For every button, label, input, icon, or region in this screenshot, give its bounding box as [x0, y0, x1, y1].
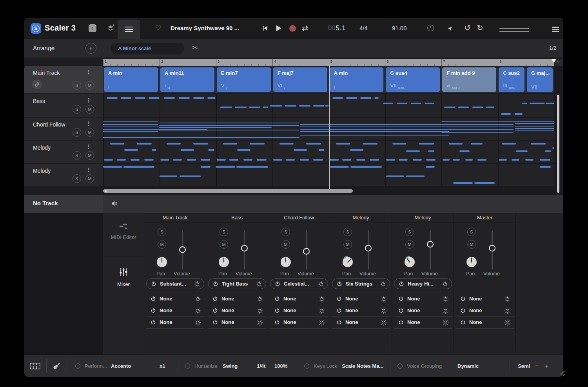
track-options-icon[interactable]: ⋮ [86, 69, 92, 76]
time-signature[interactable]: 4/4 [359, 25, 368, 31]
channel-mute-button[interactable]: M [220, 240, 228, 249]
semi-increment-button[interactable]: + [545, 362, 549, 370]
power-icon[interactable] [151, 281, 156, 288]
mini-knob-icon[interactable] [380, 281, 386, 289]
chord-block[interactable]: A min11i 11 [160, 67, 214, 92]
power-icon[interactable] [460, 320, 466, 327]
ruler-bar-1[interactable]: 1 [103, 59, 160, 66]
track-header-melody[interactable]: Melody⋮SM [24, 164, 103, 186]
volume-slider-handle[interactable] [303, 248, 310, 255]
voice-grouping-toggle[interactable] [397, 363, 403, 369]
insert-slot[interactable]: None [270, 305, 328, 317]
song-title[interactable]: Dreamy Synthwave 90 ... [171, 25, 239, 31]
song-browser-icon[interactable]: ♪ [89, 24, 96, 32]
scale-selector[interactable]: A Minor scale [111, 43, 184, 54]
insert-slot[interactable]: None [456, 317, 514, 329]
power-icon[interactable] [212, 308, 218, 315]
track-header-chord-follow[interactable]: Chord Follow⋮SM [24, 118, 103, 140]
mini-knob-icon[interactable] [318, 281, 324, 289]
insert-slot[interactable]: None [146, 293, 204, 305]
mini-knob-icon[interactable] [319, 308, 325, 315]
loop-icon[interactable]: ⇄ [302, 24, 308, 33]
play-button[interactable] [275, 25, 282, 33]
instrument-slot[interactable]: Tight Bass [208, 278, 266, 289]
power-icon[interactable] [151, 308, 156, 315]
mini-knob-icon[interactable] [381, 308, 387, 315]
track-options-icon[interactable]: ⋮ [86, 97, 92, 104]
insert-slot[interactable]: None [332, 305, 390, 317]
mini-knob-icon[interactable] [443, 296, 448, 304]
insert-slot[interactable]: None [394, 305, 452, 317]
insert-slot[interactable]: None [208, 293, 266, 305]
track-options-icon[interactable]: ⋮ [86, 166, 92, 174]
power-icon[interactable] [213, 281, 218, 288]
power-icon[interactable] [399, 281, 404, 288]
mini-knob-icon[interactable] [195, 296, 201, 304]
favorite-icon[interactable]: ♡ [155, 24, 161, 32]
channel-solo-button[interactable]: S [220, 228, 228, 236]
mini-knob-icon[interactable] [257, 320, 263, 327]
pan-knob[interactable] [341, 255, 354, 270]
mini-knob-icon[interactable] [442, 281, 448, 289]
mini-knob-icon[interactable] [381, 320, 387, 327]
power-icon[interactable] [151, 320, 156, 327]
track-options-icon[interactable]: ⋮ [86, 120, 92, 127]
track-header-bass[interactable]: Bass⋮SM [24, 94, 103, 117]
mini-knob-icon[interactable] [256, 281, 262, 289]
power-icon[interactable] [151, 296, 156, 303]
pan-knob[interactable] [279, 255, 292, 270]
ruler-bar-3[interactable]: 3 [216, 59, 272, 66]
playhead-marker[interactable] [327, 59, 331, 62]
power-icon[interactable] [398, 320, 404, 327]
channel-solo-button[interactable]: S [158, 228, 166, 236]
chord-block[interactable]: G sus4VII sus4 [386, 67, 440, 92]
insert-slot[interactable]: None [456, 305, 514, 317]
perform-value[interactable]: Accento [111, 363, 131, 369]
pan-knob[interactable] [155, 255, 169, 270]
pan-knob[interactable] [465, 255, 478, 270]
instrument-slot[interactable]: Substant... [146, 278, 204, 289]
pan-knob[interactable] [217, 255, 230, 270]
ruler-bar-2[interactable]: 2 [160, 59, 216, 66]
volume-slider-handle[interactable] [427, 241, 434, 248]
ruler-bar-8[interactable]: 8 [498, 59, 554, 66]
chord-block[interactable]: F maj7VI 7 [273, 67, 327, 92]
voice-grouping-value[interactable]: Dynamic [457, 363, 479, 369]
channel-mute-button[interactable]: M [158, 240, 166, 249]
volume-slider-handle[interactable] [365, 245, 372, 251]
humanize-percent[interactable]: 100% [274, 363, 287, 369]
instrument-slot[interactable]: Six Strings [332, 278, 390, 289]
mini-knob-icon[interactable] [443, 308, 448, 315]
link-icon[interactable] [32, 80, 42, 89]
panel-resize-handle[interactable] [499, 26, 529, 34]
perform-multiplier[interactable]: x1 [160, 363, 165, 369]
undo-icon[interactable]: ↺ [464, 23, 471, 33]
volume-slider-handle[interactable] [179, 246, 186, 253]
add-track-button[interactable]: + [85, 43, 96, 54]
solo-button[interactable]: S [73, 81, 81, 90]
mini-knob-icon[interactable] [505, 296, 510, 304]
power-icon[interactable] [274, 308, 280, 315]
ruler-bar-5[interactable]: 5 [329, 59, 385, 66]
chord-block[interactable]: C sus2III sus2 [499, 67, 524, 92]
power-icon[interactable] [274, 296, 280, 303]
mini-knob-icon[interactable] [194, 281, 200, 289]
insert-slot[interactable]: None [208, 317, 266, 329]
tab-mixer[interactable]: Mixer [103, 268, 144, 287]
power-icon[interactable] [460, 308, 466, 315]
mini-knob-icon[interactable] [505, 320, 510, 327]
mute-button[interactable]: M [85, 81, 94, 90]
power-icon[interactable] [336, 296, 342, 303]
insert-slot[interactable]: None [394, 293, 452, 305]
chord-block[interactable]: E min7V 7 [217, 67, 271, 92]
chord-block[interactable]: A mini [330, 67, 384, 92]
insert-slot[interactable]: None [208, 305, 266, 317]
insert-slot[interactable]: None [146, 305, 204, 317]
channel-solo-button[interactable]: S [343, 228, 352, 236]
pan-knob[interactable] [403, 255, 416, 270]
insert-slot[interactable]: None [146, 317, 204, 329]
vertical-scrollbar[interactable] [557, 95, 559, 193]
channel-mute-button[interactable]: M [467, 240, 476, 249]
humanize-rate[interactable]: 1/4t [257, 363, 265, 369]
solo-button[interactable]: S [73, 105, 81, 114]
